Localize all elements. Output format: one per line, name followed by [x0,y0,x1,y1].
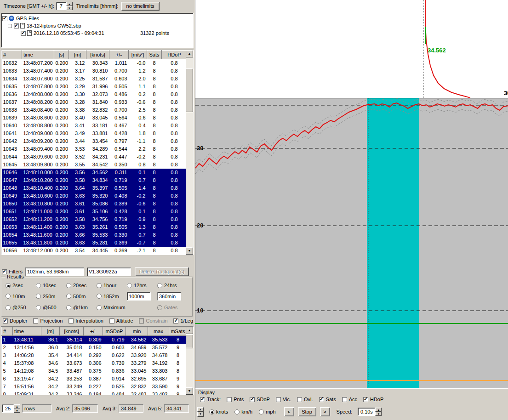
table-row[interactable]: 613:19:4734.233.2530.3870.91432.69533.68… [2,375,187,383]
gps-file-tree[interactable]: GPS-Files 18-12-liptons GW52.sbp 2016.12… [1,13,194,48]
table-row[interactable]: 1064613:48:10.0000.2003.5634.5620.3110.1… [2,169,187,176]
radio-mph[interactable]: mph [259,409,275,414]
table-row[interactable]: 1064713:48:10.2000.2003.5834.8340.7190.7… [2,176,187,184]
checkbox-track-[interactable]: Track: [200,397,221,402]
radio-100m[interactable]: 100m [6,294,36,299]
checkbox-sats[interactable]: Sats [319,397,336,402]
checkbox-hdop[interactable]: HDoP [363,397,383,402]
spin-down-icon[interactable]: ▼ [14,409,20,413]
table-row[interactable]: 1063913:48:08.6000.2003.4033.0450.5640.6… [2,114,187,122]
checkbox-interpolation[interactable]: Interpolation [68,318,103,324]
table-row[interactable]: 1064513:48:09.8000.2003.5534.5420.3500.8… [2,161,187,169]
radio-10sec[interactable]: 10sec [36,283,66,288]
scroll-down-icon[interactable]: ▼ [186,387,193,395]
table-row[interactable]: 314:06:2835.434.4140.2920.62233.92034.67… [2,352,187,359]
column-header[interactable]: [s] [54,51,69,59]
speed-chart[interactable]: 302010 [195,98,508,388]
tree-root-row[interactable]: GPS-Files [2,15,192,22]
column-header[interactable]: [m] [41,327,60,336]
table-row[interactable]: 1065613:48:12.0000.2003.5434.4450.369-2.… [2,247,187,255]
table-row[interactable]: 1064413:48:09.6000.2003.5234.2310.447-0.… [2,153,187,161]
column-header[interactable]: +/- [109,51,129,59]
table-row[interactable]: 1064813:48:10.4000.2003.6435.3970.5051.4… [2,184,187,192]
table-row[interactable]: 1065513:48:11.8000.2003.6335.2810.369-0.… [2,239,187,247]
checkbox-doppler[interactable]: Doppler [3,318,28,324]
spin-up-icon[interactable]: ▲ [66,2,73,6]
table-row[interactable]: 1063313:48:07.4000.2003.1730.8100.7001.2… [2,67,187,75]
table-row[interactable]: 1064913:48:10.6000.2003.6335.3200.408-0.… [2,192,187,200]
table-row[interactable]: 1064313:48:09.4000.2003.5334.2890.5442.2… [2,145,187,153]
column-header[interactable]: mSDoP [103,327,126,336]
speed-value[interactable]: 0.10s [358,408,375,416]
checkbox-1-leg[interactable]: 1/Leg [173,318,193,324]
speed-spinner[interactable]: 0.10s ▲ ▼ [358,408,382,416]
table-row[interactable]: 1065413:48:11.6000.2003.6635.5330.3300.7… [2,231,187,239]
checkbox-icon[interactable] [21,31,26,36]
table-row[interactable]: 1065313:48:11.4000.2003.6335.2610.5051.3… [2,223,187,231]
radio--500[interactable]: @500 [36,305,66,310]
checkbox-projection[interactable]: Projection [33,318,63,324]
results-scrollbar[interactable]: ▲ ▼ [186,327,193,395]
column-header[interactable]: time [13,327,41,336]
table-row[interactable]: 1063713:48:08.2000.2003.2831.8400.933-0.… [2,98,187,106]
spin-down-icon[interactable]: ▼ [66,6,73,10]
spin-up-icon[interactable]: ▲ [375,408,382,412]
minutes-input[interactable] [157,292,181,301]
version-field[interactable] [87,267,131,276]
table-row[interactable]: 1063413:48:07.6000.2003.2531.5870.6032.0… [2,75,187,83]
table-row[interactable]: 213:14:5636.035.0180.1500.60334.65935.57… [2,344,187,352]
timelimits-button[interactable]: no timelimits [121,2,160,11]
column-header[interactable]: [knots] [86,51,109,59]
radio-knots[interactable]: knots [209,409,228,414]
table-row[interactable]: 1063213:48:07.2000.2003.1230.3431.011-0.… [2,59,187,67]
column-header[interactable]: # [2,327,13,336]
collapse-icon[interactable] [8,24,12,28]
trackpoint-scrollbar[interactable]: ▲ ▼ [186,50,193,255]
scroll-up-icon[interactable]: ▲ [186,50,193,57]
radio--250[interactable]: @250 [6,305,36,310]
tree-root-label[interactable]: GPS-Files [16,16,39,21]
table-row[interactable]: 1065213:48:11.2000.2003.5834.7560.719-0.… [2,216,187,223]
table-row[interactable]: 1064113:48:09.0000.2003.4933.8810.4281.8… [2,130,187,137]
radio-2sec[interactable]: 2sec [6,283,36,288]
table-row[interactable]: 113:48:1136.135.1140.3090.71934.56235.53… [2,336,187,344]
checkbox-vic-[interactable]: Vic. [276,397,291,402]
tree-file-label[interactable]: 18-12-liptons GW52.sbp [27,23,81,28]
scroll-down-icon[interactable]: ▼ [186,247,193,255]
table-row[interactable]: 1063813:48:08.4000.2003.3832.8320.7002.5… [2,106,187,114]
spin-up-icon[interactable]: ▲ [197,407,204,412]
spin-up-icon[interactable]: ▲ [14,404,20,409]
checkbox-ovl-[interactable]: Ovl. [297,397,313,402]
tree-file-row[interactable]: 18-12-liptons GW52.sbp [2,22,192,29]
radio-12hrs[interactable]: 12hrs [127,283,157,288]
checkbox-acc[interactable]: Acc [342,397,357,402]
column-header[interactable]: HDoP [162,51,187,59]
column-header[interactable]: [m] [69,51,86,59]
column-header[interactable]: # [2,51,22,59]
column-header[interactable]: +/- [84,327,103,336]
timezone-value[interactable]: 7 [56,2,66,10]
radio-250m[interactable]: 250m [36,294,66,299]
table-row[interactable]: 1065013:48:10.8000.2003.6135.0860.389-0.… [2,200,187,208]
timezone-spinner[interactable]: 7 ▲ ▼ [56,2,73,10]
radio--1km[interactable]: @1km [66,305,97,310]
checkbox-icon[interactable] [2,16,7,21]
table-row[interactable]: 1065113:48:11.0000.2003.6135.1060.4280.1… [2,208,187,216]
checkbox-altitude[interactable]: Altitude [109,318,133,324]
filter-range-field[interactable] [25,267,84,276]
tree-session-label[interactable]: 2016.12.18 05:53:45 - 09:04:31 [34,30,104,36]
table-row[interactable]: 1064013:48:08.8000.2003.4133.1810.4670.4… [2,122,187,130]
selection-band[interactable] [367,98,419,388]
table-row[interactable]: 1063613:48:08.0000.2003.3032.0730.4860.2… [2,91,187,98]
detail-chart[interactable]: 34.56230 [195,0,508,98]
checkbox-icon[interactable] [14,23,19,28]
next-button[interactable]: > [320,407,330,416]
radio-1852m[interactable]: 1852m [97,294,127,299]
radio-20sec[interactable]: 20sec [66,283,97,288]
spin-down-icon[interactable]: ▼ [197,412,204,417]
column-header[interactable]: mSats [169,327,187,336]
radio-1hour[interactable]: 1hour [97,283,127,288]
table-row[interactable]: 514:12:0834.533.4870.3750.83633.04533.80… [2,367,187,375]
radio-24hrs[interactable]: 24hrs [157,283,188,288]
checkbox-sdop[interactable]: SDoP [250,397,270,402]
